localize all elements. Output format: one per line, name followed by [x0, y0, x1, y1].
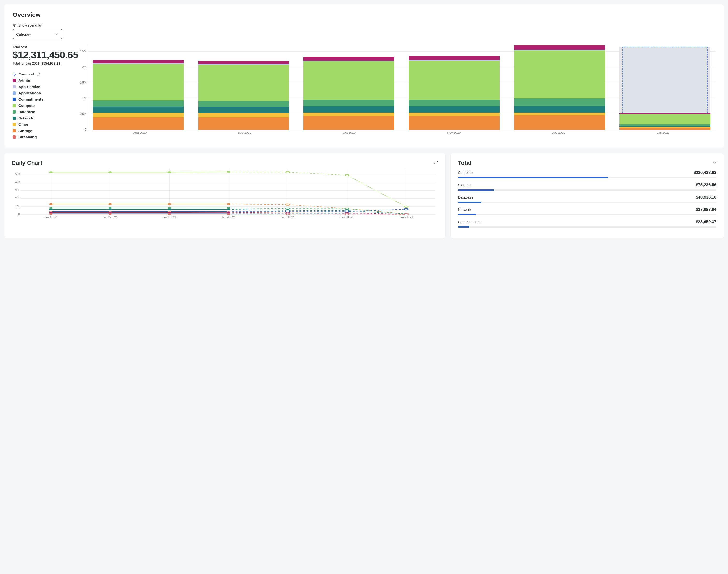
total-card: Total Compute$320,433.62Storage$75,236.5…	[451, 153, 724, 238]
total-item[interactable]: Network$37,987.04	[458, 207, 716, 215]
bar-column[interactable]	[298, 57, 399, 130]
legend-label: Admin	[18, 78, 30, 83]
svg-point-5	[345, 174, 349, 176]
y-tick-label: 30k	[11, 189, 20, 192]
bar-segment	[303, 57, 394, 60]
x-tick-label: Jan 7th 21	[376, 216, 436, 221]
progress-track	[458, 214, 716, 215]
svg-point-3	[227, 171, 231, 173]
legend-item[interactable]: App-Service	[12, 85, 71, 89]
bar-segment	[303, 116, 394, 130]
total-for-value: $554,989.24	[41, 62, 60, 65]
svg-point-69	[404, 214, 408, 215]
legend-label: Storage	[18, 129, 32, 133]
bar-column[interactable]	[509, 45, 610, 130]
svg-point-34	[404, 208, 408, 210]
legend-swatch	[12, 85, 16, 88]
bar-segment	[93, 100, 184, 107]
bar-segment	[303, 113, 394, 116]
legend-label: Other	[18, 122, 28, 127]
y-tick-label: 50k	[11, 172, 20, 176]
svg-point-24	[227, 209, 231, 210]
total-item[interactable]: Database$48,936.10	[458, 195, 716, 203]
legend-item[interactable]: Compute	[12, 104, 71, 108]
legend-item[interactable]: Storage	[12, 129, 71, 133]
legend-item[interactable]: Forecasti	[12, 72, 71, 76]
spend-by-dropdown[interactable]: Category	[12, 29, 62, 39]
x-tick-label: Jan 3rd 21	[140, 216, 199, 221]
bar-column[interactable]	[193, 61, 294, 130]
y-tick-label: 0.5M	[78, 112, 86, 116]
legend-swatch	[12, 91, 16, 95]
total-item-value: $75,236.56	[696, 182, 716, 188]
bar-segment	[409, 61, 500, 100]
y-tick-label: 2.5M	[78, 49, 86, 53]
x-tick-label: Jan 5th 21	[258, 216, 317, 221]
y-tick-label: 2M	[78, 65, 86, 69]
svg-point-33	[345, 211, 349, 212]
daily-chart-title: Daily Chart	[12, 160, 42, 166]
x-tick-label: Jan 1st 21	[21, 216, 81, 221]
filter-row: Show spend by:	[12, 24, 716, 27]
bar-segment	[93, 117, 184, 130]
x-tick-label: Sep 2020	[192, 131, 297, 137]
total-item[interactable]: Commitments$23,659.37	[458, 219, 716, 228]
x-tick-label: Dec 2020	[506, 131, 611, 137]
svg-point-7	[49, 203, 53, 205]
bar-column[interactable]	[404, 56, 505, 130]
legend-item[interactable]: Other	[12, 122, 71, 127]
total-item-value: $37,987.04	[696, 207, 716, 212]
overview-left: Total cost $12,311,450.65 Total for Jan …	[12, 45, 71, 141]
link-icon[interactable]	[713, 161, 716, 165]
legend-item[interactable]: Applications	[12, 91, 71, 95]
overview-bar-chart[interactable]: 00.5M1M1.5M2M2.5M Aug 2020Sep 2020Oct 20…	[78, 45, 716, 137]
bar-segment	[93, 64, 184, 100]
bar-column[interactable]	[614, 47, 716, 130]
legend: ForecastiAdminApp-ServiceApplicationsCom…	[12, 72, 71, 139]
legend-item[interactable]: Streaming	[12, 135, 71, 139]
bar-segment	[514, 45, 605, 49]
bar-segment	[303, 107, 394, 113]
bar-column[interactable]	[87, 60, 189, 130]
svg-point-9	[167, 203, 171, 205]
legend-item[interactable]: Database	[12, 110, 71, 114]
overview-title: Overview	[12, 11, 716, 18]
progress-track	[458, 202, 716, 203]
svg-point-18	[286, 208, 290, 209]
total-item[interactable]: Compute$320,433.62	[458, 170, 716, 178]
legend-label: Commitments	[18, 97, 43, 101]
legend-item[interactable]: Admin	[12, 78, 71, 83]
bar-segment	[514, 106, 605, 113]
link-icon[interactable]	[434, 161, 438, 165]
daily-line-chart[interactable]: 010k20k30k40k50k Jan 1st 21Jan 2nd 21Jan…	[12, 170, 438, 221]
legend-label: Compute	[18, 104, 35, 108]
legend-item[interactable]: Commitments	[12, 97, 71, 101]
total-item-name: Database	[458, 195, 473, 199]
legend-swatch	[12, 110, 16, 114]
x-tick-label: Jan 6th 21	[317, 216, 376, 221]
svg-point-1	[108, 171, 112, 173]
svg-point-15	[108, 207, 112, 209]
y-tick-label: 1.5M	[78, 81, 86, 84]
x-tick-label: Jan 2021	[611, 131, 716, 137]
bar-segment	[514, 113, 605, 116]
svg-point-10	[227, 203, 231, 205]
x-tick-label: Oct 2020	[297, 131, 402, 137]
svg-point-19	[345, 208, 349, 209]
svg-point-0	[49, 171, 53, 173]
legend-item[interactable]: Network	[12, 116, 71, 120]
x-tick-label: Jan 4th 21	[199, 216, 258, 221]
info-icon[interactable]: i	[37, 73, 40, 76]
svg-point-8	[108, 203, 112, 205]
bar-segment	[93, 113, 184, 117]
total-title: Total	[458, 160, 472, 166]
total-item[interactable]: Storage$75,236.56	[458, 182, 716, 191]
total-item-value: $48,936.10	[696, 195, 716, 200]
bar-segment	[198, 101, 289, 107]
svg-point-68	[345, 213, 349, 215]
svg-point-17	[227, 207, 231, 209]
legend-swatch	[12, 104, 16, 107]
bar-segment	[198, 107, 289, 113]
legend-swatch	[12, 79, 16, 82]
bar-segment	[409, 56, 500, 60]
